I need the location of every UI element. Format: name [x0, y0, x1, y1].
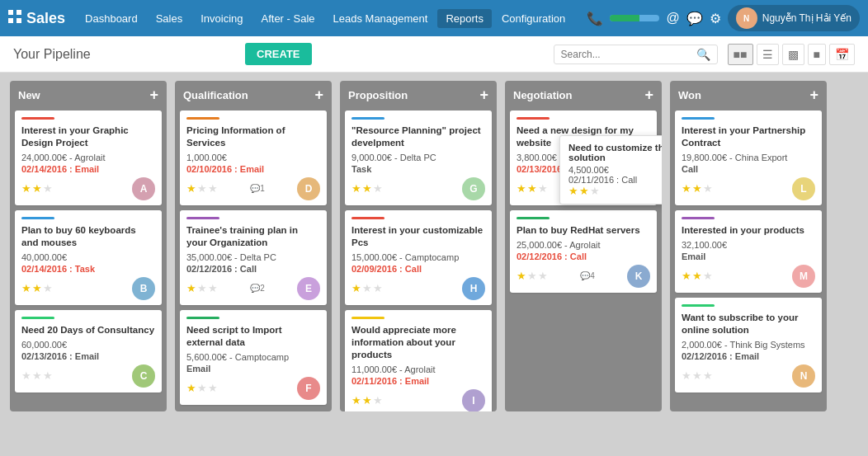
card-stars: ★★★ [682, 182, 713, 195]
chart-view-button[interactable]: ▩ [782, 44, 804, 65]
star-2: ★ [703, 369, 713, 382]
column-add-qualification[interactable]: + [314, 87, 323, 102]
card-footer: ★★★ C [21, 364, 155, 388]
list-view-button[interactable]: ☰ [757, 44, 779, 65]
column-add-new[interactable]: + [149, 87, 158, 102]
svg-rect-1 [17, 10, 21, 15]
card-title: Plan to buy 60 keyboards and mouses [21, 224, 155, 249]
star-2: ★ [43, 282, 53, 294]
card-footer: ★★★ L [682, 177, 815, 200]
chat-icon[interactable]: 💬 [686, 11, 703, 26]
column-add-won[interactable]: + [809, 87, 818, 102]
column-header-qualification: Qualification + [175, 81, 332, 107]
card-bar [351, 317, 384, 319]
kanban-card-c7[interactable]: "Resource Planning" project develpment 9… [345, 110, 492, 205]
card-avatar: C [132, 364, 155, 388]
card-amount: 25,000.00€ - Agrolait [517, 240, 650, 250]
card-avatar: B [132, 277, 155, 300]
star-1: ★ [692, 182, 702, 195]
kanban-card-c14[interactable]: Want to subscribe to your online solutio… [675, 298, 822, 393]
column-add-proposition[interactable]: + [479, 87, 488, 102]
kanban-card-c12[interactable]: Interest in your Partnership Contract 19… [675, 110, 822, 205]
card-amount: 11,000.00€ - Agrolait [351, 364, 485, 374]
star-2: ★ [703, 270, 713, 282]
card-date: 02/14/2016 : Email [21, 164, 155, 174]
search-input[interactable] [561, 49, 693, 60]
kanban-card-c13[interactable]: Interested in your products 32,100.00€ E… [675, 210, 822, 293]
nav-after-sale[interactable]: After - Sale [253, 9, 323, 28]
column-title-qualification: Qualification [183, 89, 248, 101]
star-1: ★ [32, 282, 42, 294]
create-button[interactable]: CREATE [245, 43, 311, 65]
card-title: Interest in your Graphic Design Project [21, 125, 155, 149]
card-title: Would appreciate more information about … [351, 324, 485, 361]
nav-configuration[interactable]: Configuration [493, 9, 573, 28]
column-cards-negotiation: Need a new design for my website 3,800.0… [505, 107, 662, 298]
kanban-board: New + Interest in your Graphic Design Pr… [0, 73, 868, 420]
star-2: ★ [373, 182, 383, 195]
star-1: ★ [692, 270, 702, 282]
progress-bar [610, 15, 659, 21]
star-0: ★ [517, 270, 526, 282]
chat-badge: 💬1 [250, 184, 265, 193]
star-0: ★ [351, 394, 361, 407]
kanban-card-c6[interactable]: Need script to Import external data 5,60… [180, 310, 327, 405]
card-stars: ★★★ [682, 270, 713, 282]
column-title-new: New [18, 89, 40, 101]
kanban-card-c3[interactable]: Need 20 Days of Consultancy 60,000.00€ 0… [15, 310, 162, 393]
star-1: ★ [32, 182, 42, 195]
kanban-card-c11[interactable]: Plan to buy RedHat servers 25,000.00€ - … [510, 210, 657, 293]
kanban-card-c2[interactable]: Plan to buy 60 keyboards and mouses 40,0… [15, 210, 162, 305]
settings-icon[interactable]: ⚙ [710, 11, 721, 26]
card-stars: ★★★ [21, 369, 53, 382]
phone-icon[interactable]: 📞 [587, 11, 603, 26]
tooltip-stars: ★★★ [568, 185, 662, 197]
at-icon[interactable]: @ [666, 11, 679, 26]
chat-badge: 💬2 [250, 284, 265, 293]
nav-leads-management[interactable]: Leads Management [325, 9, 436, 28]
kanban-view-button[interactable]: ■■ [728, 44, 753, 65]
star-0: ★ [186, 182, 196, 195]
card-title: Trainee's training plan in your Organiza… [186, 224, 320, 249]
kanban-card-c9[interactable]: Would appreciate more information about … [345, 310, 492, 411]
card-stars: ★★★ [351, 394, 383, 407]
card-bar [351, 217, 384, 219]
kanban-card-c4[interactable]: Pricing Information of Services 1,000.00… [180, 110, 327, 205]
star-1: ★ [692, 369, 702, 382]
card-avatar: H [462, 277, 485, 300]
nav-invoicing[interactable]: Invoicing [192, 9, 251, 28]
star-1: ★ [197, 282, 207, 294]
nav-reports[interactable]: Reports [437, 9, 492, 28]
brand-logo[interactable]: ​ Sales [8, 10, 65, 27]
card-date: Email [682, 252, 815, 261]
column-add-negotiation[interactable]: + [644, 87, 653, 102]
column-header-proposition: Proposition + [340, 81, 497, 107]
star-2: ★ [43, 369, 53, 382]
card-date: 02/14/2016 : Task [21, 264, 155, 274]
card-stars: ★★★ [186, 382, 218, 394]
card-date: 02/12/2016 : Call [517, 252, 650, 261]
kanban-card-c8[interactable]: Interest in your customizable Pcs 15,000… [345, 210, 492, 305]
card-footer: ★★★ 💬4 K [517, 265, 650, 288]
grid-view-button[interactable]: ■ [808, 44, 826, 65]
tooltip-star-2: ★ [590, 185, 600, 197]
card-bar [682, 304, 715, 307]
card-amount: 19,800.00€ - China Export [682, 153, 815, 162]
kanban-card-c1[interactable]: Interest in your Graphic Design Project … [15, 110, 162, 205]
kanban-card-c5[interactable]: Trainee's training plan in your Organiza… [180, 210, 327, 305]
kanban-card-c10[interactable]: Need a new design for my website 3,800.0… [510, 110, 657, 205]
svg-rect-3 [17, 18, 21, 23]
calendar-view-button[interactable]: 📅 [829, 44, 855, 65]
card-title: "Resource Planning" project develpment [351, 125, 485, 149]
card-title: Want to subscribe to your online solutio… [682, 312, 815, 336]
nav-sales[interactable]: Sales [148, 9, 191, 28]
column-header-new: New + [10, 81, 167, 107]
search-icon[interactable]: 🔍 [696, 48, 710, 61]
card-amount: 60,000.00€ [21, 340, 155, 350]
card-title: Interest in your customizable Pcs [351, 224, 485, 249]
card-avatar: A [132, 177, 155, 200]
kanban-column-negotiation: Negotiation + Need a new design for my w… [505, 81, 662, 411]
card-bar [517, 117, 550, 120]
user-menu[interactable]: N Nguyễn Thị Hải Yến [728, 5, 860, 31]
nav-dashboard[interactable]: Dashboard [77, 9, 146, 28]
